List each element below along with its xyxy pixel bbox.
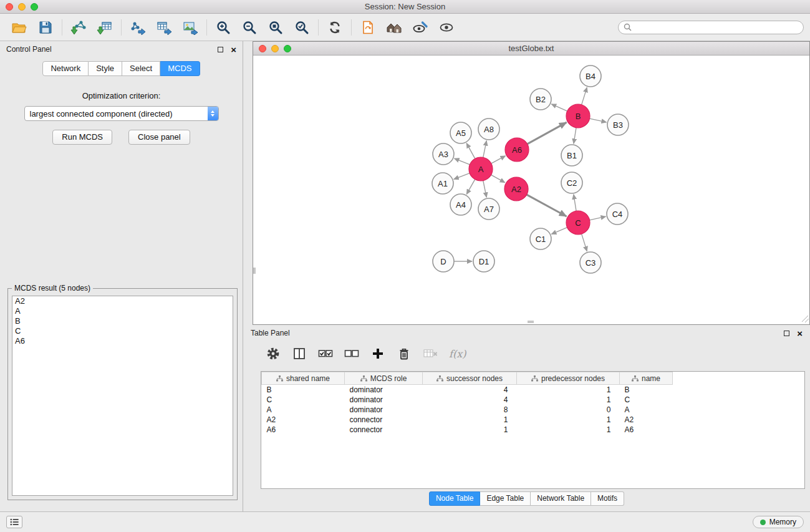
delete-column-icon[interactable] [393,344,415,363]
result-item[interactable]: B [12,316,233,326]
close-window-button[interactable] [6,3,13,11]
tab-mcds[interactable]: MCDS [160,61,200,76]
show-all-icon[interactable] [433,17,460,38]
graphics-details-icon[interactable] [407,17,433,38]
edge-B-B2[interactable] [551,104,567,111]
edge-A-A1[interactable] [454,173,470,180]
zoom-fit-icon[interactable] [263,17,289,38]
function-builder-icon[interactable]: f(x) [445,348,470,360]
table-row[interactable]: Cdominator41C [262,395,805,405]
tab-edge-table[interactable]: Edge Table [480,491,531,506]
edge-B-B3[interactable] [590,118,607,122]
result-item[interactable]: C [12,326,233,336]
network-canvas[interactable]: B4B2BB3A5A8A6B1A3AC2A1A2A4A7C4CC1C3DD1 [253,56,809,324]
node-B3[interactable]: B3 [607,114,629,135]
column-header-name[interactable]: name [620,372,673,385]
zoom-out-icon[interactable] [236,17,263,38]
close-table-panel-icon[interactable]: × [797,329,803,338]
edge-A-A2[interactable] [491,175,505,182]
tab-motifs[interactable]: Motifs [591,491,624,506]
node-D1[interactable]: D1 [473,251,494,272]
task-history-button[interactable] [6,516,22,528]
cell[interactable]: B [620,385,673,395]
vertical-scroll-thumb[interactable] [253,268,256,274]
edge-A6-B[interactable] [528,122,567,144]
edge-B-B1[interactable] [574,128,576,143]
export-table-icon[interactable] [151,17,177,38]
cell[interactable]: 0 [517,405,620,415]
refresh-icon[interactable] [322,17,348,38]
cell[interactable]: C [262,395,345,405]
cell[interactable]: 4 [423,385,517,395]
save-session-icon[interactable] [32,17,59,38]
node-B4[interactable]: B4 [580,65,601,87]
node-B2[interactable]: B2 [530,89,551,110]
horizontal-scroll-thumb[interactable] [528,321,534,323]
cell[interactable]: dominator [345,385,423,395]
edge-C-C4[interactable] [590,216,606,220]
node-A4[interactable]: A4 [450,194,471,215]
cell[interactable]: A [620,405,673,415]
node-B1[interactable]: B1 [561,145,582,166]
column-header-predecessor-nodes[interactable]: predecessor nodes [517,372,620,385]
tab-network-table[interactable]: Network Table [531,491,591,506]
cell[interactable]: 1 [423,425,517,435]
edge-A-A6[interactable] [491,156,506,163]
deselect-all-icon[interactable] [340,344,363,363]
cell[interactable]: 4 [423,395,517,405]
node-A3[interactable]: A3 [433,143,454,165]
table-row[interactable]: A6connector11A6 [262,425,805,435]
edge-A-A8[interactable] [483,141,486,158]
close-panel-icon[interactable]: × [231,45,236,54]
network-minimize-button[interactable] [271,45,279,52]
delete-table-icon[interactable] [419,344,441,363]
show-columns-icon[interactable] [288,344,311,363]
cell[interactable]: A6 [620,425,673,435]
network-close-button[interactable] [259,45,266,52]
manage-networks-icon[interactable] [355,17,381,38]
table-settings-icon[interactable] [262,344,284,363]
tab-node-table[interactable]: Node Table [429,491,481,506]
cell[interactable]: dominator [345,405,423,415]
result-item[interactable]: A2 [12,296,233,306]
edge-C-C1[interactable] [551,228,567,235]
edge-A2-C[interactable] [527,195,567,216]
node-C3[interactable]: C3 [580,252,601,273]
node-A6[interactable]: A6 [505,138,529,162]
zoom-in-icon[interactable] [210,17,236,38]
result-item[interactable]: A [12,306,233,316]
cell[interactable]: A6 [262,425,345,435]
cell[interactable]: dominator [345,395,423,405]
network-window-titlebar[interactable]: testGlobe.txt [253,42,809,56]
table-row[interactable]: A2connector11A2 [262,415,805,425]
tab-network[interactable]: Network [42,61,89,76]
float-table-panel-icon[interactable] [784,331,789,336]
export-image-icon[interactable] [177,17,203,38]
column-header-mcds-role[interactable]: MCDS role [345,372,423,385]
node-C1[interactable]: C1 [530,228,551,249]
first-neighbors-icon[interactable] [381,17,407,38]
select-all-icon[interactable] [314,344,337,363]
table-row[interactable]: Bdominator41B [262,385,805,395]
export-network-icon[interactable] [125,17,151,38]
node-B[interactable]: B [566,104,590,128]
search-field[interactable] [618,21,804,34]
open-session-icon[interactable] [6,17,32,38]
node-C2[interactable]: C2 [561,172,582,193]
cell[interactable]: connector [345,415,423,425]
node-D[interactable]: D [433,251,454,272]
node-A5[interactable]: A5 [450,122,471,143]
zoom-window-button[interactable] [31,3,38,11]
cell[interactable]: 1 [517,385,620,395]
tab-style[interactable]: Style [89,61,122,76]
node-C[interactable]: C [566,211,590,235]
close-panel-button[interactable]: Close panel [128,130,190,145]
column-header-successor-nodes[interactable]: successor nodes [423,372,517,385]
cell[interactable]: connector [345,425,423,435]
zoom-selected-icon[interactable] [289,17,315,38]
create-column-icon[interactable] [367,344,389,363]
cell[interactable]: B [262,385,345,395]
cell[interactable]: 1 [423,415,517,425]
run-mcds-button[interactable]: Run MCDS [52,130,112,145]
edge-A-A7[interactable] [483,181,486,198]
